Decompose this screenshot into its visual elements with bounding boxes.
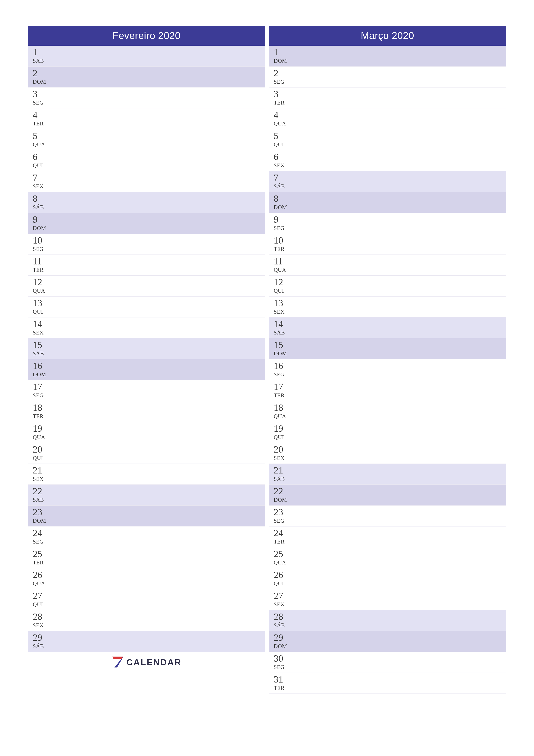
day-weekday: SEX <box>33 183 265 190</box>
day-row: 14SEX <box>28 317 265 338</box>
day-number: 12 <box>274 277 506 287</box>
day-number: 8 <box>274 194 506 204</box>
day-number: 2 <box>274 68 506 78</box>
day-weekday: TER <box>274 246 506 252</box>
day-weekday: SÁB <box>274 622 506 629</box>
day-row: 26QUI <box>269 568 506 589</box>
day-number: 28 <box>33 612 265 622</box>
day-weekday: DOM <box>274 350 506 357</box>
day-row: 10SEG <box>28 234 265 255</box>
day-row: 11TER <box>28 255 265 276</box>
day-weekday: QUI <box>274 434 506 441</box>
day-number: 8 <box>33 194 265 204</box>
day-weekday: QUI <box>274 141 506 148</box>
day-weekday: SÁB <box>274 330 506 336</box>
day-number: 24 <box>33 528 265 538</box>
day-number: 26 <box>274 570 506 580</box>
day-weekday: SEG <box>274 371 506 378</box>
day-weekday: TER <box>33 267 265 273</box>
day-number: 2 <box>33 68 265 78</box>
day-number: 27 <box>274 591 506 601</box>
day-number: 24 <box>274 528 506 538</box>
day-row: 3SEG <box>28 88 265 108</box>
day-weekday: QUI <box>33 455 265 461</box>
day-row: 15SÁB <box>28 338 265 359</box>
day-number: 19 <box>33 424 265 434</box>
day-row: 13SEX <box>269 297 506 317</box>
day-weekday: SÁB <box>33 204 265 210</box>
day-weekday: SEG <box>33 392 265 399</box>
day-number: 26 <box>33 570 265 580</box>
day-weekday: TER <box>274 392 506 399</box>
day-row: 11QUA <box>269 255 506 276</box>
day-number: 14 <box>33 319 265 329</box>
day-row: 26QUA <box>28 568 265 589</box>
day-row: 28SEX <box>28 610 265 631</box>
day-weekday: QUA <box>33 580 265 587</box>
day-row: 22SÁB <box>28 485 265 505</box>
day-number: 1 <box>274 47 506 57</box>
day-weekday: SÁB <box>33 350 265 357</box>
day-number: 16 <box>274 361 506 371</box>
day-weekday: TER <box>274 685 506 691</box>
day-row: 12QUA <box>28 276 265 297</box>
day-weekday: SÁB <box>33 643 265 650</box>
day-number: 9 <box>274 215 506 225</box>
day-weekday: DOM <box>33 518 265 524</box>
day-row: 8DOM <box>269 192 506 213</box>
day-number: 17 <box>33 382 265 392</box>
day-number: 29 <box>33 633 265 643</box>
day-row: 7SEX <box>28 171 265 192</box>
day-weekday: SEX <box>33 476 265 482</box>
day-weekday: SEG <box>33 99 265 106</box>
day-number: 7 <box>33 173 265 183</box>
day-number: 5 <box>33 131 265 141</box>
day-number: 3 <box>33 89 265 99</box>
day-row: 16DOM <box>28 359 265 380</box>
day-row: 1SÁB <box>28 46 265 67</box>
day-row: 25QUA <box>269 547 506 568</box>
day-row: 10TER <box>269 234 506 255</box>
day-number: 9 <box>33 215 265 225</box>
day-number: 19 <box>274 424 506 434</box>
day-row: 27QUI <box>28 589 265 610</box>
day-weekday: TER <box>33 559 265 566</box>
day-weekday: QUA <box>274 559 506 566</box>
day-number: 18 <box>33 403 265 413</box>
day-row: 30SEG <box>269 652 506 673</box>
day-number: 4 <box>33 110 265 120</box>
day-row: 8SÁB <box>28 192 265 213</box>
day-weekday: TER <box>274 539 506 545</box>
month-header: Março 2020 <box>269 26 506 46</box>
day-weekday: QUA <box>33 288 265 294</box>
day-row: 4TER <box>28 108 265 129</box>
day-weekday: TER <box>274 99 506 106</box>
day-row: 23DOM <box>28 505 265 526</box>
day-weekday: QUA <box>33 434 265 441</box>
day-weekday: QUA <box>274 413 506 419</box>
day-number: 5 <box>274 131 506 141</box>
day-number: 23 <box>274 507 506 517</box>
day-weekday: DOM <box>274 204 506 210</box>
day-row: 21SÁB <box>269 464 506 485</box>
day-weekday: SEG <box>274 518 506 524</box>
day-row: 4QUA <box>269 108 506 129</box>
day-number: 13 <box>33 298 265 308</box>
day-number: 21 <box>33 466 265 475</box>
calendar-container: Fevereiro 20201SÁB2DOM3SEG4TER5QUA6QUI7S… <box>28 26 506 694</box>
day-number: 30 <box>274 654 506 663</box>
day-number: 21 <box>274 466 506 475</box>
day-row: 9DOM <box>28 213 265 234</box>
day-number: 10 <box>33 235 265 245</box>
day-number: 15 <box>274 340 506 350</box>
day-weekday: TER <box>33 121 265 127</box>
day-row: 2DOM <box>28 67 265 88</box>
day-number: 29 <box>274 633 506 643</box>
day-row: 9SEG <box>269 213 506 234</box>
day-number: 15 <box>33 340 265 350</box>
day-row: 24TER <box>269 526 506 547</box>
day-number: 1 <box>33 47 265 57</box>
day-weekday: DOM <box>33 371 265 378</box>
month-column: Fevereiro 20201SÁB2DOM3SEG4TER5QUA6QUI7S… <box>28 26 265 694</box>
day-row: 24SEG <box>28 526 265 547</box>
